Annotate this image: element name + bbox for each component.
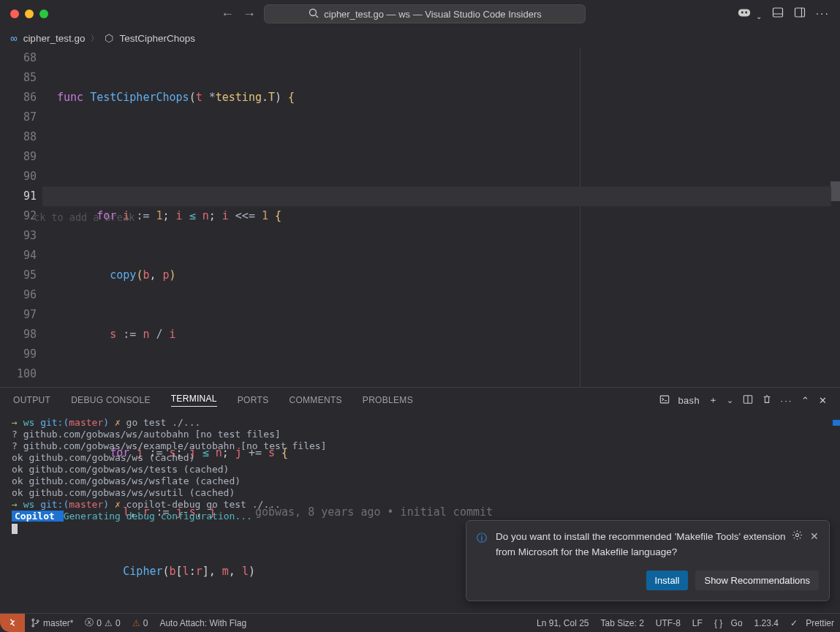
code-line[interactable]	[57, 147, 840, 167]
line-number[interactable]: 92	[0, 206, 37, 226]
status-problems[interactable]: ⓧ0 ⚠0	[79, 617, 126, 629]
code-line[interactable]: copy(b, p)	[57, 266, 840, 285]
window-controls	[10, 10, 48, 18]
line-number[interactable]: 89	[0, 147, 37, 167]
line-number[interactable]: 91	[0, 187, 37, 206]
status-language[interactable]: { } Go	[708, 618, 749, 628]
status-warning-orange[interactable]: ⚠0	[126, 618, 154, 628]
svg-point-3	[741, 12, 743, 14]
minimize-window-icon[interactable]	[25, 10, 34, 18]
more-icon[interactable]: ···	[816, 7, 830, 20]
layout-panel-icon[interactable]	[772, 7, 784, 21]
status-tabsize[interactable]: Tab Size: 2	[594, 618, 649, 628]
status-branch[interactable]: master*	[25, 618, 79, 628]
line-number[interactable]: 99	[0, 345, 37, 364]
svg-line-1	[316, 15, 318, 18]
line-number[interactable]: 96	[0, 285, 37, 305]
svg-point-0	[310, 9, 317, 15]
line-number[interactable]: 88	[0, 127, 37, 147]
terminal-scroll-indicator[interactable]	[833, 420, 840, 426]
status-go-version[interactable]: 1.23.4	[749, 618, 784, 628]
line-number[interactable]: 87	[0, 108, 37, 127]
line-number[interactable]: 90	[0, 167, 37, 187]
recommendation-toast: ⓘ Do you want to install the recommended…	[466, 520, 830, 601]
status-eol[interactable]: LF	[686, 618, 708, 628]
line-number[interactable]: 97	[0, 305, 37, 325]
command-center-title: cipher_test.go — ws — Visual Studio Code…	[324, 9, 541, 20]
terminal-line: ? github.com/gobwas/ws/example/autobahn …	[12, 440, 828, 452]
terminal-line: ok github.com/gobwas/ws (cached)	[12, 452, 828, 464]
symbol-icon: ⬡	[105, 32, 113, 44]
install-button[interactable]: Install	[646, 571, 689, 590]
search-icon	[308, 7, 319, 21]
chevron-right-icon: 〉	[91, 33, 99, 44]
info-icon: ⓘ	[477, 531, 490, 546]
status-encoding[interactable]: UTF-8	[650, 618, 686, 628]
tab-output[interactable]: OUTPUT	[13, 395, 50, 405]
breadcrumb-file[interactable]: cipher_test.go	[23, 33, 86, 44]
terminal-line: → ws git:(master) ✗ go test ./...	[12, 417, 828, 429]
code-editor[interactable]: 68 85 86 87 88 89 90 91 92 93 94 95 96 9…	[0, 48, 840, 387]
copilot-badge: Copilot	[12, 511, 64, 522]
status-lncol[interactable]: Ln 91, Col 25	[531, 618, 594, 628]
line-number[interactable]: 85	[0, 68, 37, 88]
code-line[interactable]: for i := 1; i ≤ n; i <<= 1 {	[57, 206, 840, 226]
svg-rect-7	[795, 8, 804, 17]
remote-button[interactable]	[0, 614, 25, 633]
svg-point-14	[32, 625, 34, 627]
svg-point-12	[795, 534, 798, 537]
gear-icon[interactable]	[792, 530, 803, 546]
terminal-line: ? github.com/gobwas/ws/autobahn [no test…	[12, 429, 828, 440]
line-number[interactable]: 95	[0, 266, 37, 285]
nav-arrows: ← →	[219, 7, 258, 22]
terminal-line: → ws git:(master) ✗ copilot-debug go tes…	[12, 499, 828, 511]
terminal-cursor	[12, 524, 18, 534]
toast-message: Do you want to install the recommended '…	[496, 530, 786, 560]
svg-point-4	[745, 12, 747, 14]
titlebar: ← → cipher_test.go — ws — Visual Studio …	[0, 0, 840, 28]
code-line[interactable]	[57, 384, 840, 404]
breadcrumb[interactable]: ∞ cipher_test.go 〉 ⬡ TestCipherChops	[0, 28, 840, 48]
back-icon[interactable]: ←	[219, 7, 236, 22]
line-number[interactable]: 86	[0, 88, 37, 108]
svg-rect-5	[773, 8, 782, 17]
code-line[interactable]: func TestCipherChops(t *testing.T) {	[57, 88, 840, 108]
svg-point-15	[37, 620, 39, 622]
svg-point-13	[32, 619, 34, 621]
line-number[interactable]: 100	[0, 364, 37, 384]
layout-sidebar-icon[interactable]	[794, 7, 806, 21]
close-toast-icon[interactable]: ✕	[810, 530, 819, 546]
breadcrumb-symbol[interactable]: TestCipherChops	[119, 33, 195, 44]
line-number[interactable]: 98	[0, 325, 37, 345]
terminal-line: ok github.com/gobwas/ws/wsflate (cached)	[12, 475, 828, 487]
status-auto-attach[interactable]: Auto Attach: With Flag	[154, 618, 252, 628]
close-window-icon[interactable]	[10, 10, 19, 18]
forward-icon[interactable]: →	[241, 7, 258, 22]
show-recommendations-button[interactable]: Show Recommendations	[695, 571, 819, 590]
command-center[interactable]: cipher_test.go — ws — Visual Studio Code…	[264, 4, 586, 23]
line-number[interactable]: 94	[0, 246, 37, 266]
svg-rect-2	[738, 10, 750, 17]
line-number[interactable]: 68	[0, 48, 37, 68]
maximize-window-icon[interactable]	[39, 10, 48, 18]
code-line[interactable]: s := n / i	[57, 325, 840, 345]
line-number[interactable]: 93	[0, 226, 37, 246]
terminal-line: ok github.com/gobwas/ws/tests (cached)	[12, 464, 828, 475]
copilot-icon[interactable]: ⌄	[736, 6, 761, 22]
terminal-line: ok github.com/gobwas/ws/wsutil (cached)	[12, 487, 828, 499]
statusbar: master* ⓧ0 ⚠0 ⚠0 Auto Attach: With Flag …	[0, 613, 840, 632]
go-file-icon: ∞	[10, 33, 18, 44]
status-prettier[interactable]: ✓ Prettier	[784, 618, 840, 628]
